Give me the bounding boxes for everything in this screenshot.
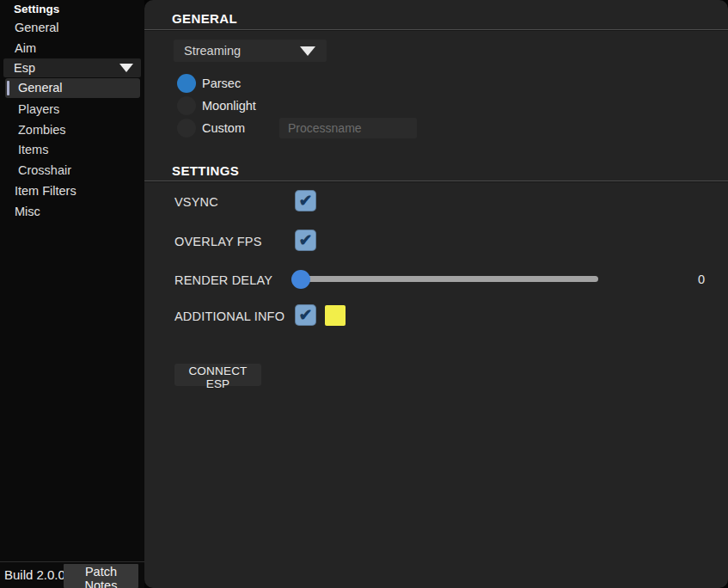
sidebar-item-general[interactable]: General	[15, 19, 59, 36]
sidebar: Settings General Aim Esp General Players…	[0, 0, 144, 588]
overlay-fps-label: OVERLAY FPS	[174, 234, 262, 249]
section-divider	[144, 181, 728, 181]
radio-moonlight[interactable]	[177, 96, 196, 115]
sidebar-sub-label: General	[18, 81, 63, 95]
streaming-dropdown[interactable]: Streaming	[174, 40, 327, 62]
vsync-label: VSYNC	[174, 194, 218, 210]
render-delay-slider-track[interactable]	[301, 276, 598, 282]
processname-input[interactable]	[279, 118, 417, 138]
sidebar-item-esp-items[interactable]: Items	[18, 141, 48, 158]
check-icon: ✔	[299, 231, 313, 249]
additional-info-checkbox[interactable]: ✔	[295, 304, 316, 326]
radio-custom[interactable]	[177, 119, 196, 138]
radio-moonlight-label[interactable]: Moonlight	[202, 97, 256, 114]
check-icon: ✔	[299, 192, 313, 210]
chevron-down-icon	[119, 64, 133, 72]
build-version-label: Build 2.0.0	[4, 567, 65, 582]
sidebar-item-misc[interactable]: Misc	[15, 203, 40, 220]
sidebar-item-esp-crosshair[interactable]: Crosshair	[18, 162, 71, 179]
sidebar-item-item-filters[interactable]: Item Filters	[15, 182, 76, 199]
additional-info-label: ADDITIONAL INFO	[174, 309, 284, 324]
render-delay-label: RENDER DELAY	[174, 273, 272, 288]
check-icon: ✔	[299, 306, 313, 324]
radio-custom-label[interactable]: Custom	[202, 119, 245, 137]
section-divider	[144, 29, 728, 30]
sidebar-item-esp-zombies[interactable]: Zombies	[18, 121, 66, 138]
render-delay-value: 0	[691, 273, 712, 286]
esp-label: Esp	[14, 61, 35, 75]
selected-indicator	[7, 81, 9, 95]
radio-parsec[interactable]	[177, 74, 196, 93]
streaming-dropdown-value: Streaming	[184, 44, 241, 58]
sidebar-dropdown-esp[interactable]: Esp	[3, 58, 141, 77]
patch-notes-button[interactable]: Patch Notes	[64, 564, 138, 588]
overlay-fps-checkbox[interactable]: ✔	[295, 230, 316, 251]
sidebar-item-esp-general[interactable]: General	[5, 78, 140, 98]
connect-esp-button[interactable]: CONNECT ESP	[174, 364, 261, 386]
settings-section-title: SETTINGS	[172, 163, 239, 178]
general-section-title: GENERAL	[172, 11, 237, 26]
render-delay-slider-thumb[interactable]	[291, 270, 310, 289]
footer-divider	[0, 561, 144, 562]
settings-window: Settings General Aim Esp General Players…	[0, 0, 728, 588]
sidebar-title: Settings	[14, 3, 59, 15]
sidebar-item-aim[interactable]: Aim	[15, 40, 36, 57]
main-panel: GENERAL Streaming Parsec Moonlight Custo…	[144, 0, 728, 588]
sidebar-item-esp-players[interactable]: Players	[18, 101, 59, 118]
additional-info-color-swatch[interactable]	[325, 305, 346, 326]
chevron-down-icon	[300, 46, 315, 56]
vsync-checkbox[interactable]: ✔	[295, 190, 316, 211]
radio-parsec-label[interactable]: Parsec	[202, 75, 241, 92]
